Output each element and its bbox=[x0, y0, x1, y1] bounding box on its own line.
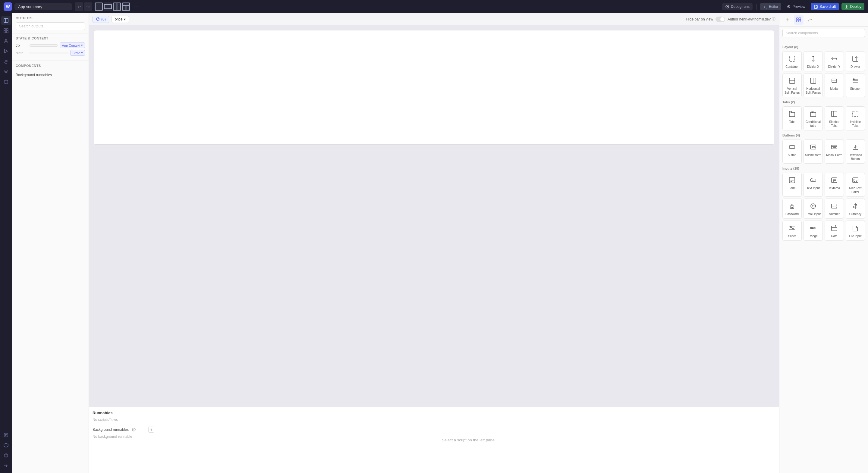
component-divider-y[interactable]: Divider Y bbox=[825, 51, 844, 71]
component-form[interactable]: Form bbox=[782, 172, 802, 197]
editor-button[interactable]: Editor bbox=[760, 3, 781, 10]
range-icon bbox=[808, 223, 818, 233]
right-tab-add[interactable] bbox=[783, 15, 793, 25]
preview-button[interactable]: Preview bbox=[784, 3, 808, 10]
hide-bar-toggle[interactable] bbox=[715, 17, 725, 22]
svg-rect-26 bbox=[4, 433, 8, 437]
sidebar-icon-home[interactable] bbox=[1, 16, 11, 25]
ctx-row: ctx App Context ▾ bbox=[16, 42, 85, 48]
sidebar-icon-flow[interactable] bbox=[1, 46, 11, 56]
refresh-button[interactable]: (0) bbox=[93, 16, 109, 23]
outputs-section: Outputs bbox=[12, 13, 89, 33]
outputs-search[interactable] bbox=[16, 22, 85, 30]
component-modal-form[interactable]: Modal Form bbox=[825, 139, 844, 164]
sidebar-icon-nav[interactable] bbox=[1, 461, 11, 471]
component-container[interactable]: Container bbox=[782, 51, 802, 71]
tabs-icon bbox=[787, 109, 797, 119]
more-button[interactable]: ⋯ bbox=[133, 3, 140, 11]
right-panel: Layout (8) Container Divider X bbox=[779, 13, 868, 473]
svg-rect-14 bbox=[4, 19, 8, 23]
runnables-panel: Runnables No scripts/flows Background ru… bbox=[89, 407, 158, 473]
component-drawer[interactable]: Drawer bbox=[846, 51, 865, 71]
conditional-tabs-icon bbox=[808, 109, 818, 119]
right-tab-style[interactable] bbox=[805, 15, 814, 25]
app-title-input[interactable] bbox=[14, 3, 72, 10]
invisible-tabs-label: Invisible Tabs bbox=[847, 120, 864, 128]
svg-rect-92 bbox=[832, 206, 837, 208]
sidebar-icon-blocks[interactable] bbox=[1, 77, 11, 87]
save-draft-button[interactable]: Save draft bbox=[811, 3, 839, 10]
svg-rect-39 bbox=[789, 56, 795, 61]
download-button-label: Download Button bbox=[847, 153, 864, 161]
view-split-button[interactable] bbox=[113, 2, 121, 11]
component-password[interactable]: Password bbox=[782, 198, 802, 219]
buttons-grid: Button Submit form Modal Form bbox=[782, 139, 865, 164]
modal-icon bbox=[830, 76, 839, 86]
svg-point-20 bbox=[5, 39, 7, 41]
component-horizontal-split[interactable]: Horizontal Split Panes bbox=[804, 73, 823, 97]
sidebar-icon-dollar[interactable] bbox=[1, 57, 11, 66]
component-currency[interactable]: Currency bbox=[846, 198, 865, 219]
view-full-button[interactable] bbox=[122, 2, 130, 11]
component-number[interactable]: Number bbox=[825, 198, 844, 219]
component-button[interactable]: Button bbox=[782, 139, 802, 164]
undo-button[interactable]: ↩ bbox=[75, 2, 83, 11]
svg-marker-29 bbox=[4, 443, 8, 447]
component-vertical-split[interactable]: Vertical Split Panes bbox=[782, 73, 802, 97]
sidebar-icon-users[interactable] bbox=[1, 36, 11, 46]
component-range[interactable]: Range bbox=[804, 221, 823, 241]
component-divider-x[interactable]: Divider X bbox=[804, 51, 823, 71]
script-hint-text: Select a script on the left panel bbox=[162, 411, 775, 469]
state-badge[interactable]: State ▾ bbox=[70, 50, 85, 56]
main-layout: Outputs State & Context ctx App Context … bbox=[0, 13, 868, 473]
state-value-field bbox=[30, 52, 68, 54]
component-tabs[interactable]: Tabs bbox=[782, 106, 802, 130]
redo-button[interactable]: ↪ bbox=[84, 2, 92, 11]
ctx-badge[interactable]: App Context ▾ bbox=[60, 42, 85, 48]
text-input-label: Text Input bbox=[807, 186, 819, 190]
inputs-grid: Form Text Input Textarea bbox=[782, 172, 865, 241]
component-rich-text-editor[interactable]: Rich Text Editor bbox=[846, 172, 865, 197]
component-modal[interactable]: Modal bbox=[825, 73, 844, 97]
deploy-button[interactable]: Deploy bbox=[841, 3, 864, 10]
sidebar-icon-logs[interactable] bbox=[1, 430, 11, 440]
svg-rect-11 bbox=[815, 7, 817, 8]
email-input-icon bbox=[808, 201, 818, 211]
sidebar-icon-integrations[interactable] bbox=[1, 440, 11, 450]
component-download-button[interactable]: Download Button bbox=[846, 139, 865, 164]
author-info-icon[interactable]: ⓘ bbox=[772, 17, 775, 22]
runnables-title: Runnables bbox=[93, 411, 154, 415]
sidebar-icon-github[interactable] bbox=[1, 451, 11, 460]
svg-rect-37 bbox=[797, 20, 798, 22]
component-date[interactable]: Date bbox=[825, 221, 844, 241]
stepper-label: Stepper bbox=[850, 87, 861, 91]
currency-icon bbox=[850, 201, 860, 211]
once-button[interactable]: once ▾ bbox=[112, 16, 129, 23]
view-compact-button[interactable] bbox=[95, 2, 103, 11]
view-controls bbox=[95, 2, 130, 11]
component-textarea[interactable]: Textarea bbox=[825, 172, 844, 197]
component-conditional-tabs[interactable]: Conditional tabs bbox=[804, 106, 823, 130]
sidebar-icon-settings[interactable] bbox=[1, 67, 11, 76]
right-tab-components[interactable] bbox=[794, 15, 804, 25]
component-invisible-tabs[interactable]: Invisible Tabs bbox=[846, 106, 865, 130]
submit-form-label: Submit form bbox=[805, 153, 821, 157]
component-sidebar-tabs[interactable]: Sidebar Tabs bbox=[825, 106, 844, 130]
inputs-section-title: Inputs (18) bbox=[782, 167, 865, 170]
component-slider[interactable]: Slider bbox=[782, 221, 802, 241]
sidebar-icon-apps[interactable] bbox=[1, 26, 11, 36]
components-search-input[interactable] bbox=[782, 29, 865, 37]
invisible-tabs-icon bbox=[850, 109, 860, 119]
component-text-input[interactable]: Text Input bbox=[804, 172, 823, 197]
button-icon bbox=[787, 142, 797, 152]
component-file-input[interactable]: File Input bbox=[846, 221, 865, 241]
view-wide-button[interactable] bbox=[104, 2, 112, 11]
svg-rect-19 bbox=[6, 31, 8, 33]
component-stepper[interactable]: Stepper bbox=[846, 73, 865, 97]
add-bg-runnable-button[interactable]: + bbox=[148, 427, 154, 433]
component-email-input[interactable]: Email Input bbox=[804, 198, 823, 219]
svg-rect-55 bbox=[789, 111, 792, 113]
component-submit-form[interactable]: Submit form bbox=[804, 139, 823, 164]
debug-runs-button[interactable]: Debug runs bbox=[722, 3, 752, 10]
textarea-label: Textarea bbox=[829, 186, 840, 190]
